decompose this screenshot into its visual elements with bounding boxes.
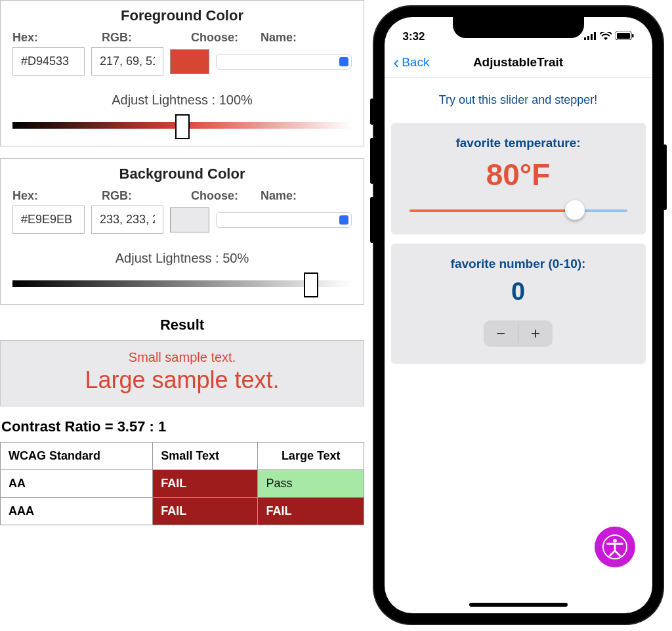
foreground-rgb-input[interactable]: [91, 47, 163, 76]
background-adjust-label: Adjust Lightness : 50%: [12, 251, 352, 266]
foreground-title: Foreground Color: [12, 7, 352, 24]
number-card: favorite number (0-10): 0 − +: [391, 244, 646, 364]
temperature-label: favorite temperature:: [403, 136, 634, 150]
contrast-ratio: Contrast Ratio = 3.57 : 1: [1, 418, 364, 435]
background-hex-input[interactable]: [12, 206, 85, 234]
stepper-plus-button[interactable]: +: [518, 320, 553, 347]
sample-large-text: Large sample text.: [1, 366, 364, 394]
label-name: Name:: [261, 31, 352, 45]
col-large: Large Text: [258, 443, 364, 470]
svg-rect-5: [617, 33, 630, 39]
svg-rect-1: [587, 36, 589, 40]
foreground-labels: Hex: RGB: Choose: Name:: [12, 31, 352, 45]
foreground-name-select[interactable]: [216, 54, 352, 70]
foreground-inputs: [12, 47, 352, 76]
wcag-large-cell: Pass: [258, 470, 364, 498]
number-label: favorite number (0-10):: [403, 257, 634, 271]
phone-side-button: [663, 144, 667, 210]
foreground-lightness-slider[interactable]: [12, 118, 352, 134]
wifi-icon: [600, 30, 612, 43]
label-rgb: RGB:: [102, 189, 174, 203]
hint-text: Try out this slider and stepper!: [385, 77, 652, 123]
contrast-checker-panel: Foreground Color Hex: RGB: Choose: Name:…: [0, 0, 364, 631]
back-button[interactable]: ‹ Back: [385, 54, 430, 71]
background-labels: Hex: RGB: Choose: Name:: [12, 189, 352, 203]
wcag-standard-cell: AAA: [1, 498, 153, 525]
label-hex: Hex:: [12, 31, 85, 45]
phone-notch: [453, 17, 584, 38]
background-lightness-slider[interactable]: [12, 276, 352, 292]
label-name: Name:: [261, 189, 352, 203]
cellular-icon: [584, 30, 596, 43]
battery-icon: [616, 30, 634, 43]
col-standard: WCAG Standard: [1, 443, 153, 470]
label-choose: Choose:: [191, 189, 243, 203]
phone-side-button: [370, 197, 374, 243]
wcag-large-cell: FAIL: [258, 498, 364, 525]
number-stepper: − +: [484, 320, 553, 347]
wcag-standard-cell: AA: [1, 470, 153, 498]
svg-point-8: [613, 539, 617, 543]
wcag-table: WCAG Standard Small Text Large Text AAFA…: [0, 442, 364, 525]
background-name-select[interactable]: [216, 212, 352, 228]
label-rgb: RGB:: [102, 31, 174, 45]
temperature-card: favorite temperature: 80°F: [391, 123, 646, 234]
svg-rect-6: [632, 34, 634, 37]
phone-mock-area: 3:32 ‹ Back Adju: [364, 0, 672, 631]
stepper-minus-button[interactable]: −: [484, 320, 518, 347]
chevron-left-icon: ‹: [394, 54, 400, 71]
sample-box: Small sample text. Large sample text.: [0, 340, 364, 406]
back-label: Back: [402, 55, 429, 70]
col-small: Small Text: [153, 443, 258, 470]
background-rgb-input[interactable]: [91, 206, 163, 234]
background-swatch[interactable]: [170, 207, 209, 232]
background-inputs: [12, 206, 352, 234]
foreground-swatch[interactable]: [170, 49, 209, 74]
svg-rect-0: [584, 37, 586, 40]
svg-rect-2: [591, 34, 593, 40]
sample-small-text: Small sample text.: [1, 350, 364, 365]
number-value: 0: [403, 278, 634, 306]
result-title: Result: [0, 316, 364, 334]
svg-rect-3: [594, 32, 596, 40]
phone-side-button: [370, 138, 374, 184]
nav-bar: ‹ Back AdjustableTrait: [385, 47, 652, 77]
background-panel: Background Color Hex: RGB: Choose: Name:…: [0, 158, 364, 305]
label-choose: Choose:: [191, 31, 243, 45]
status-time: 3:32: [403, 30, 425, 43]
label-hex: Hex:: [12, 189, 85, 203]
home-indicator[interactable]: [469, 603, 568, 607]
result-section: Result Small sample text. Large sample t…: [0, 316, 364, 525]
status-icons: [584, 30, 634, 43]
wcag-small-cell: FAIL: [153, 470, 258, 498]
background-title: Background Color: [12, 165, 352, 183]
foreground-hex-input[interactable]: [12, 47, 85, 76]
temperature-slider[interactable]: [410, 204, 627, 217]
temperature-value: 80°F: [403, 157, 634, 192]
accessibility-icon: [602, 534, 627, 559]
foreground-adjust-label: Adjust Lightness : 100%: [12, 93, 352, 108]
phone-side-button: [370, 98, 374, 125]
foreground-panel: Foreground Color Hex: RGB: Choose: Name:…: [0, 0, 364, 146]
phone-screen: 3:32 ‹ Back Adju: [385, 17, 652, 613]
iphone-frame: 3:32 ‹ Back Adju: [374, 7, 663, 624]
wcag-small-cell: FAIL: [153, 498, 258, 525]
accessibility-fab[interactable]: [595, 527, 635, 567]
